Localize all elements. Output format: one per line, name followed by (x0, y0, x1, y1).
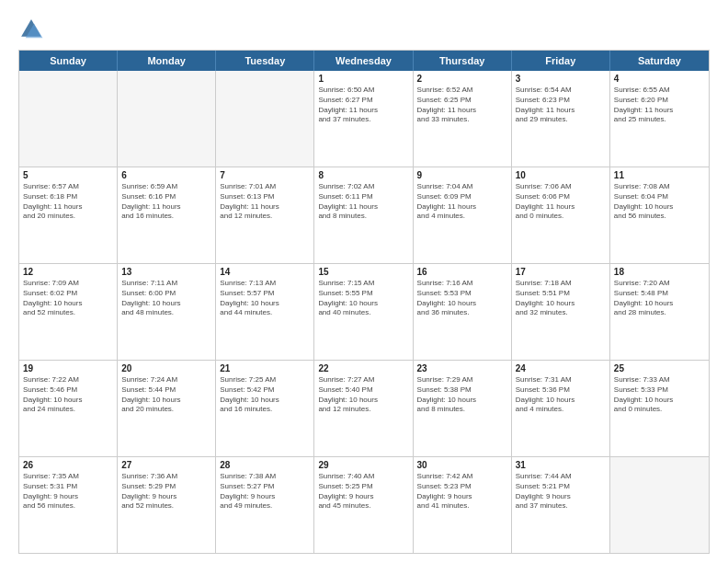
day-number: 5 (23, 170, 113, 180)
day-header-saturday: Saturday (610, 51, 709, 71)
day-cell-20: 20Sunrise: 7:24 AM Sunset: 5:44 PM Dayli… (118, 361, 216, 456)
day-header-wednesday: Wednesday (314, 51, 413, 71)
page: SundayMondayTuesdayWednesdayThursdayFrid… (0, 0, 728, 563)
day-cell-17: 17Sunrise: 7:18 AM Sunset: 5:51 PM Dayli… (512, 264, 610, 360)
day-header-sunday: Sunday (19, 51, 118, 71)
day-cell-12: 12Sunrise: 7:09 AM Sunset: 6:02 PM Dayli… (19, 264, 118, 360)
day-number: 19 (23, 363, 113, 373)
day-number: 13 (121, 267, 211, 277)
day-number: 26 (23, 460, 113, 470)
day-info: Sunrise: 6:59 AM Sunset: 6:16 PM Dayligh… (121, 182, 211, 222)
day-info: Sunrise: 7:33 AM Sunset: 5:33 PM Dayligh… (614, 375, 705, 415)
day-info: Sunrise: 7:20 AM Sunset: 5:48 PM Dayligh… (614, 279, 705, 318)
day-cell-27: 27Sunrise: 7:36 AM Sunset: 5:29 PM Dayli… (118, 457, 216, 553)
day-cell-23: 23Sunrise: 7:29 AM Sunset: 5:38 PM Dayli… (414, 361, 512, 456)
day-header-tuesday: Tuesday (216, 51, 314, 71)
day-number: 3 (516, 74, 606, 84)
day-cell-14: 14Sunrise: 7:13 AM Sunset: 5:57 PM Dayli… (216, 264, 314, 360)
day-info: Sunrise: 7:35 AM Sunset: 5:31 PM Dayligh… (23, 472, 113, 511)
day-number: 12 (23, 267, 113, 277)
day-info: Sunrise: 6:57 AM Sunset: 6:18 PM Dayligh… (23, 182, 113, 222)
day-number: 10 (516, 170, 606, 180)
logo (18, 17, 48, 42)
day-info: Sunrise: 7:40 AM Sunset: 5:25 PM Dayligh… (318, 472, 408, 511)
day-number: 14 (220, 267, 310, 277)
day-cell-31: 31Sunrise: 7:44 AM Sunset: 5:21 PM Dayli… (512, 457, 610, 553)
day-cell-8: 8Sunrise: 7:02 AM Sunset: 6:11 PM Daylig… (314, 167, 413, 263)
day-info: Sunrise: 6:54 AM Sunset: 6:23 PM Dayligh… (516, 86, 606, 125)
day-cell-26: 26Sunrise: 7:35 AM Sunset: 5:31 PM Dayli… (19, 457, 118, 553)
day-number: 18 (614, 267, 705, 277)
day-number: 23 (417, 363, 507, 373)
day-cell-29: 29Sunrise: 7:40 AM Sunset: 5:25 PM Dayli… (314, 457, 413, 553)
calendar: SundayMondayTuesdayWednesdayThursdayFrid… (18, 50, 710, 554)
empty-cell (610, 457, 709, 553)
day-info: Sunrise: 7:08 AM Sunset: 6:04 PM Dayligh… (614, 182, 705, 222)
day-number: 6 (121, 170, 211, 180)
day-header-thursday: Thursday (414, 51, 512, 71)
day-cell-30: 30Sunrise: 7:42 AM Sunset: 5:23 PM Dayli… (414, 457, 512, 553)
day-cell-18: 18Sunrise: 7:20 AM Sunset: 5:48 PM Dayli… (610, 264, 709, 360)
day-info: Sunrise: 7:31 AM Sunset: 5:36 PM Dayligh… (516, 375, 606, 415)
day-number: 29 (318, 460, 408, 470)
day-number: 27 (121, 460, 211, 470)
day-info: Sunrise: 7:15 AM Sunset: 5:55 PM Dayligh… (318, 279, 408, 318)
day-info: Sunrise: 7:36 AM Sunset: 5:29 PM Dayligh… (121, 472, 211, 511)
day-cell-3: 3Sunrise: 6:54 AM Sunset: 6:23 PM Daylig… (512, 71, 610, 167)
day-info: Sunrise: 7:02 AM Sunset: 6:11 PM Dayligh… (318, 182, 408, 222)
day-number: 25 (614, 363, 705, 373)
day-info: Sunrise: 7:22 AM Sunset: 5:46 PM Dayligh… (23, 375, 113, 415)
day-info: Sunrise: 6:50 AM Sunset: 6:27 PM Dayligh… (318, 86, 408, 125)
day-header-monday: Monday (118, 51, 216, 71)
day-number: 2 (417, 74, 507, 84)
empty-cell (19, 71, 118, 167)
calendar-row-4: 19Sunrise: 7:22 AM Sunset: 5:46 PM Dayli… (19, 360, 709, 456)
calendar-row-3: 12Sunrise: 7:09 AM Sunset: 6:02 PM Dayli… (19, 263, 709, 360)
day-info: Sunrise: 7:18 AM Sunset: 5:51 PM Dayligh… (516, 279, 606, 318)
day-info: Sunrise: 7:09 AM Sunset: 6:02 PM Dayligh… (23, 279, 113, 318)
day-info: Sunrise: 7:25 AM Sunset: 5:42 PM Dayligh… (220, 375, 310, 415)
day-cell-16: 16Sunrise: 7:16 AM Sunset: 5:53 PM Dayli… (414, 264, 512, 360)
day-cell-10: 10Sunrise: 7:06 AM Sunset: 6:06 PM Dayli… (512, 167, 610, 263)
day-info: Sunrise: 7:16 AM Sunset: 5:53 PM Dayligh… (417, 279, 507, 318)
empty-cell (216, 71, 314, 167)
day-number: 16 (417, 267, 507, 277)
day-cell-9: 9Sunrise: 7:04 AM Sunset: 6:09 PM Daylig… (414, 167, 512, 263)
day-number: 30 (417, 460, 507, 470)
logo-icon (18, 17, 44, 42)
day-cell-22: 22Sunrise: 7:27 AM Sunset: 5:40 PM Dayli… (314, 361, 413, 456)
day-info: Sunrise: 7:29 AM Sunset: 5:38 PM Dayligh… (417, 375, 507, 415)
day-number: 4 (614, 74, 705, 84)
day-number: 20 (121, 363, 211, 373)
day-number: 11 (614, 170, 705, 180)
day-number: 22 (318, 363, 408, 373)
day-cell-1: 1Sunrise: 6:50 AM Sunset: 6:27 PM Daylig… (314, 71, 413, 167)
day-info: Sunrise: 7:27 AM Sunset: 5:40 PM Dayligh… (318, 375, 408, 415)
day-cell-24: 24Sunrise: 7:31 AM Sunset: 5:36 PM Dayli… (512, 361, 610, 456)
day-cell-2: 2Sunrise: 6:52 AM Sunset: 6:25 PM Daylig… (414, 71, 512, 167)
day-info: Sunrise: 7:24 AM Sunset: 5:44 PM Dayligh… (121, 375, 211, 415)
day-cell-19: 19Sunrise: 7:22 AM Sunset: 5:46 PM Dayli… (19, 361, 118, 456)
day-number: 9 (417, 170, 507, 180)
day-cell-21: 21Sunrise: 7:25 AM Sunset: 5:42 PM Dayli… (216, 361, 314, 456)
calendar-row-2: 5Sunrise: 6:57 AM Sunset: 6:18 PM Daylig… (19, 167, 709, 263)
day-number: 1 (318, 74, 408, 84)
day-info: Sunrise: 6:52 AM Sunset: 6:25 PM Dayligh… (417, 86, 507, 125)
day-number: 24 (516, 363, 606, 373)
day-info: Sunrise: 7:11 AM Sunset: 6:00 PM Dayligh… (121, 279, 211, 318)
day-cell-5: 5Sunrise: 6:57 AM Sunset: 6:18 PM Daylig… (19, 167, 118, 263)
day-number: 28 (220, 460, 310, 470)
day-cell-13: 13Sunrise: 7:11 AM Sunset: 6:00 PM Dayli… (118, 264, 216, 360)
day-info: Sunrise: 7:01 AM Sunset: 6:13 PM Dayligh… (220, 182, 310, 222)
day-cell-15: 15Sunrise: 7:15 AM Sunset: 5:55 PM Dayli… (314, 264, 413, 360)
day-cell-6: 6Sunrise: 6:59 AM Sunset: 6:16 PM Daylig… (118, 167, 216, 263)
day-info: Sunrise: 7:42 AM Sunset: 5:23 PM Dayligh… (417, 472, 507, 511)
calendar-row-1: 1Sunrise: 6:50 AM Sunset: 6:27 PM Daylig… (19, 71, 709, 167)
day-info: Sunrise: 7:04 AM Sunset: 6:09 PM Dayligh… (417, 182, 507, 222)
calendar-header: SundayMondayTuesdayWednesdayThursdayFrid… (19, 51, 709, 71)
day-cell-7: 7Sunrise: 7:01 AM Sunset: 6:13 PM Daylig… (216, 167, 314, 263)
empty-cell (118, 71, 216, 167)
day-number: 8 (318, 170, 408, 180)
day-info: Sunrise: 7:38 AM Sunset: 5:27 PM Dayligh… (220, 472, 310, 511)
day-number: 21 (220, 363, 310, 373)
